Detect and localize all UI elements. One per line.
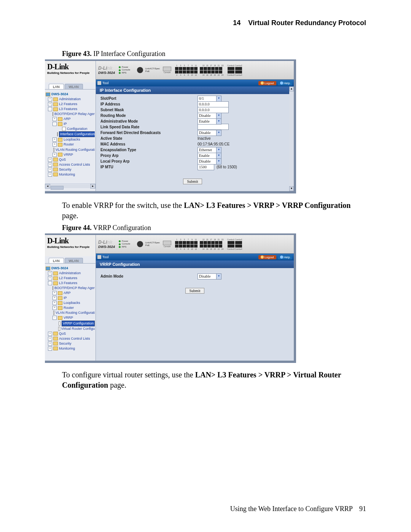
port-icon <box>194 244 198 248</box>
select-input[interactable]: Disable▼ <box>198 158 221 165</box>
form-row: Admin ModeDisable▼ <box>100 273 289 279</box>
logout-button[interactable]: Logout <box>258 81 276 85</box>
help-button[interactable]: Help <box>278 81 292 85</box>
port-icon <box>207 244 211 248</box>
tree-item[interactable]: +Router <box>46 305 95 310</box>
tool-menu[interactable]: Tool <box>97 255 109 259</box>
submit-button[interactable]: Submit <box>185 288 205 294</box>
poe-button-icon <box>137 67 143 73</box>
chapter-title: Virtual Router Redundancy Protocol <box>248 19 366 27</box>
port-icon <box>211 244 215 248</box>
form-row: Link Speed Data Rate <box>100 124 285 130</box>
field-label: Forward Net Directed Broadcasts <box>100 131 198 135</box>
select-input[interactable]: Disable▼ <box>198 273 221 280</box>
tree-root[interactable]: DWS-3024 <box>46 266 95 271</box>
tab-lan[interactable]: LAN <box>49 84 64 89</box>
select-input[interactable]: 0/1▼ <box>198 96 221 102</box>
port-icon <box>183 244 186 248</box>
port-icon <box>207 70 211 73</box>
tree-item[interactable]: +Loopbacks <box>46 300 95 305</box>
tree-item[interactable]: +Administration <box>46 97 95 102</box>
text-input[interactable]: 0.0.0.0 <box>198 101 229 107</box>
tree-item[interactable]: VLAN Routing Configurati <box>46 147 95 152</box>
logout-icon <box>261 256 264 259</box>
page-footer: Using the Web Interface to Configure VRR… <box>230 505 366 513</box>
port-icon <box>179 241 182 244</box>
tree-item[interactable]: +Monitoring <box>46 346 95 351</box>
tree-item[interactable]: -VRRP <box>46 315 95 320</box>
select-input[interactable]: Disable▼ <box>198 113 221 119</box>
tree-item[interactable]: +Monitoring <box>46 172 95 177</box>
field-label: IP Address <box>100 102 198 106</box>
tree-item[interactable]: +ARP <box>46 291 95 296</box>
tree-item[interactable]: BOOTP/DHCP Relay Agen <box>46 286 95 291</box>
text-input[interactable]: 1500 <box>198 164 214 170</box>
poe-button-icon <box>137 241 143 247</box>
form-row: Subnet Mask0.0.0.0 <box>100 107 285 113</box>
nav-tree[interactable]: DWS-3024+Administration+L2 Features-L3 F… <box>45 264 96 353</box>
logout-button[interactable]: Logout <box>258 255 276 259</box>
field-hint: (68 to 1500) <box>217 165 237 169</box>
figure-43-caption: Figure 43. IP Interface Configuration <box>62 50 366 58</box>
tab-wlan[interactable]: WLAN <box>65 258 83 263</box>
tree-item[interactable]: +QoS <box>46 157 95 162</box>
toolbar: Tool Logout Help <box>96 80 294 86</box>
port-icon <box>204 70 207 73</box>
tree-item[interactable]: +Administration <box>46 271 95 276</box>
tool-icon <box>97 255 101 259</box>
port-icon <box>207 67 211 70</box>
tree-item[interactable]: +IP <box>46 296 95 300</box>
tree-item[interactable]: -L3 Features <box>46 281 95 286</box>
submit-button[interactable]: Submit <box>183 179 202 184</box>
tree-item[interactable]: VRRP Configuration <box>46 321 95 326</box>
tree-item[interactable]: -L3 Features <box>46 107 95 112</box>
port-icon <box>175 241 178 244</box>
tree-item[interactable]: +Router <box>46 142 95 147</box>
tree-item[interactable]: Configuration <box>46 126 95 131</box>
tree-item[interactable]: Virtual Router Configu <box>46 326 95 331</box>
port-icon <box>204 241 207 244</box>
port-icon <box>211 67 215 70</box>
port-icon <box>219 70 222 73</box>
text-input[interactable]: 0.0.0.0 <box>198 107 229 113</box>
chevron-down-icon: ▼ <box>216 119 221 124</box>
form-row: Administrative ModeEnable▼ <box>100 118 285 124</box>
port-icon <box>204 244 207 248</box>
tree-item[interactable]: -IP <box>46 121 95 126</box>
tree-item[interactable]: +L2 Features <box>46 276 95 281</box>
nav-tree[interactable]: DWS-3024+Administration+L2 Features-L3 F… <box>45 89 96 184</box>
tree-root[interactable]: DWS-3024 <box>46 92 95 97</box>
tree-item[interactable]: Interface Configuration <box>46 131 95 137</box>
select-input[interactable]: Enable▼ <box>198 118 221 125</box>
port-icon <box>190 70 194 73</box>
tree-item[interactable]: +VRRP <box>46 152 95 157</box>
port-icon <box>200 67 203 70</box>
tool-menu[interactable]: Tool <box>97 81 109 85</box>
port-icon <box>204 67 207 70</box>
select-input[interactable]: Enable▼ <box>198 153 221 159</box>
help-button[interactable]: Help <box>278 255 292 259</box>
tree-item[interactable]: VLAN Routing Configurati <box>46 310 95 315</box>
tree-item[interactable]: +Security <box>46 167 95 172</box>
port-icon <box>219 244 222 248</box>
content-v-scrollbar[interactable]: ▲▼ <box>289 86 294 191</box>
field-label: Active State <box>100 136 198 141</box>
tree-item[interactable]: +Access Control Lists <box>46 162 95 167</box>
select-input[interactable]: Disable▼ <box>198 130 221 136</box>
text-input[interactable] <box>198 124 229 130</box>
tree-item[interactable]: +L2 Features <box>46 102 95 107</box>
field-value: 00:17:9A:95:05:CE <box>198 142 230 146</box>
tree-item[interactable]: +ARP <box>46 117 95 121</box>
tree-item[interactable]: +QoS <box>46 331 95 336</box>
tab-lan[interactable]: LAN <box>49 258 64 263</box>
port-icon <box>190 241 194 244</box>
form-row: Active StateInactive <box>100 136 285 141</box>
tree-item[interactable]: +Security <box>46 341 95 346</box>
tree-item[interactable]: +Access Control Lists <box>46 336 95 341</box>
tab-wlan[interactable]: WLAN <box>65 84 83 89</box>
tree-item[interactable]: BOOTP/DHCP Relay Agen <box>46 112 95 117</box>
tree-item[interactable]: +Loopbacks <box>46 137 95 142</box>
help-icon <box>280 256 283 259</box>
tree-h-scrollbar[interactable]: ◄► <box>45 184 96 189</box>
select-input[interactable]: Ethernet▼ <box>198 147 221 153</box>
